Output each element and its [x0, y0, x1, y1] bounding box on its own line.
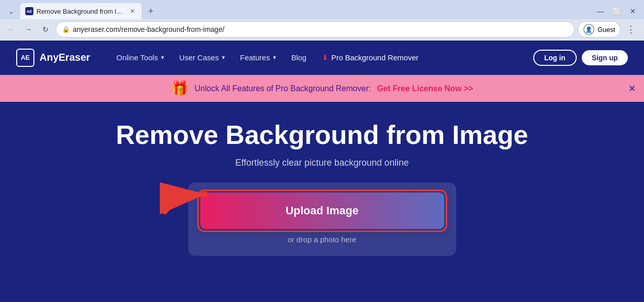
main-content: Remove Background from Image Effortlessl… [0, 102, 644, 266]
logo-icon: AE [16, 49, 34, 67]
banner-link[interactable]: Get Free License Now >> [377, 84, 473, 93]
minimize-button[interactable]: — [593, 6, 608, 16]
nav-features[interactable]: Features ▼ [234, 50, 283, 65]
reload-button[interactable]: ↻ [38, 22, 53, 36]
chevron-down-icon: ▼ [221, 55, 226, 60]
banner-close-button[interactable]: ✕ [628, 83, 636, 94]
profile-button[interactable]: 👤 Guest [578, 21, 621, 37]
new-tab-button[interactable]: + [144, 4, 158, 18]
close-window-button[interactable]: ✕ [626, 6, 640, 16]
promo-banner: 🎁 Unlock All Features of Pro Background … [0, 75, 644, 102]
restore-button[interactable]: ⬜ [610, 6, 624, 16]
chevron-down-icon: ▼ [160, 55, 165, 60]
gift-icon: 🎁 [171, 80, 189, 97]
upload-btn-wrapper: Upload Image [200, 193, 444, 229]
nav-pro-link[interactable]: ⬇ Pro Background Remover [315, 50, 426, 65]
nav-auth: Log in Sign up [533, 50, 628, 66]
tab-favicon: AE [25, 7, 33, 15]
nav-user-cases[interactable]: User Cases ▼ [173, 50, 232, 65]
navbar: AE AnyEraser Online Tools ▼ User Cases ▼… [0, 41, 644, 75]
address-bar[interactable]: 🔒 [56, 21, 575, 37]
website: AE AnyEraser Online Tools ▼ User Cases ▼… [0, 41, 644, 302]
logo-name: AnyEraser [39, 52, 90, 63]
login-button[interactable]: Log in [533, 50, 577, 66]
signup-button[interactable]: Sign up [582, 50, 628, 65]
back-button[interactable]: ← [4, 22, 18, 36]
forward-button[interactable]: → [21, 22, 35, 36]
arrow-indicator [160, 176, 221, 219]
profile-icon: 👤 [583, 24, 594, 35]
nav-links: Online Tools ▼ User Cases ▼ Features ▼ B… [110, 50, 529, 65]
tab-title: Remove Background from Im... [36, 8, 125, 15]
active-tab[interactable]: AE Remove Background from Im... ✕ [20, 3, 142, 19]
drop-text: or drop a photo here [288, 235, 357, 244]
browser-menu-button[interactable]: ⋮ [624, 22, 638, 36]
profile-label: Guest [597, 26, 615, 33]
hero-subtitle: Effortlessly clear picture background on… [235, 158, 409, 168]
url-input[interactable] [73, 25, 568, 33]
logo-area: AE AnyEraser [16, 49, 90, 67]
tab-list-button[interactable]: ⌄ [4, 4, 18, 18]
tab-bar: ⌄ AE Remove Background from Im... ✕ + — … [0, 0, 644, 19]
browser-chrome: ⌄ AE Remove Background from Im... ✕ + — … [0, 0, 644, 41]
hero-title: Remove Background from Image [116, 120, 528, 150]
browser-toolbar: ← → ↻ 🔒 👤 Guest ⋮ [0, 19, 644, 41]
nav-online-tools[interactable]: Online Tools ▼ [110, 50, 171, 65]
banner-text: Unlock All Features of Pro Background Re… [195, 84, 371, 93]
download-icon: ⬇ [322, 53, 328, 62]
upload-image-button[interactable]: Upload Image [200, 193, 444, 229]
nav-blog[interactable]: Blog [285, 50, 313, 65]
chevron-down-icon: ▼ [272, 55, 277, 60]
close-tab-button[interactable]: ✕ [128, 7, 137, 15]
lock-icon: 🔒 [62, 26, 70, 33]
window-controls: — ⬜ ✕ [593, 6, 640, 16]
upload-area: Upload Image or drop a photo here [188, 182, 456, 256]
